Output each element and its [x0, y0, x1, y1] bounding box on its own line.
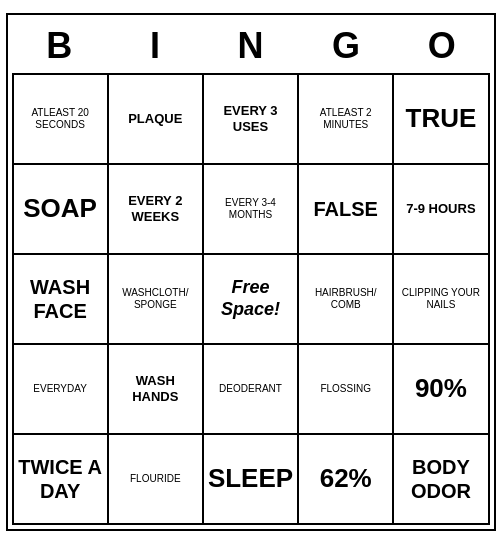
bingo-cell-9[interactable]: 7-9 HOURS	[394, 165, 489, 255]
header-i: I	[111, 25, 199, 67]
bingo-cell-0[interactable]: ATLEAST 20 SECONDS	[14, 75, 109, 165]
header-g: G	[302, 25, 390, 67]
bingo-cell-24[interactable]: BODY ODOR	[394, 435, 489, 525]
bingo-grid: ATLEAST 20 SECONDSPLAQUEEVERY 3 USESATLE…	[12, 73, 490, 525]
bingo-cell-8[interactable]: FALSE	[299, 165, 394, 255]
bingo-cell-19[interactable]: 90%	[394, 345, 489, 435]
bingo-cell-22[interactable]: SLEEP	[204, 435, 299, 525]
bingo-cell-2[interactable]: EVERY 3 USES	[204, 75, 299, 165]
header-o: O	[398, 25, 486, 67]
bingo-cell-12[interactable]: Free Space!	[204, 255, 299, 345]
header-b: B	[15, 25, 103, 67]
bingo-card: B I N G O ATLEAST 20 SECONDSPLAQUEEVERY …	[6, 13, 496, 531]
bingo-cell-20[interactable]: TWICE A DAY	[14, 435, 109, 525]
bingo-cell-5[interactable]: SOAP	[14, 165, 109, 255]
bingo-cell-14[interactable]: CLIPPING YOUR NAILS	[394, 255, 489, 345]
bingo-cell-18[interactable]: FLOSSING	[299, 345, 394, 435]
bingo-cell-1[interactable]: PLAQUE	[109, 75, 204, 165]
bingo-header: B I N G O	[12, 19, 490, 73]
bingo-cell-13[interactable]: HAIRBRUSH/ COMB	[299, 255, 394, 345]
bingo-cell-7[interactable]: EVERY 3-4 MONTHS	[204, 165, 299, 255]
bingo-cell-10[interactable]: WASH FACE	[14, 255, 109, 345]
header-n: N	[206, 25, 294, 67]
bingo-cell-6[interactable]: EVERY 2 WEEKS	[109, 165, 204, 255]
bingo-cell-15[interactable]: EVERYDAY	[14, 345, 109, 435]
bingo-cell-23[interactable]: 62%	[299, 435, 394, 525]
bingo-cell-21[interactable]: FLOURIDE	[109, 435, 204, 525]
bingo-cell-17[interactable]: DEODERANT	[204, 345, 299, 435]
bingo-cell-3[interactable]: ATLEAST 2 MINUTES	[299, 75, 394, 165]
bingo-cell-16[interactable]: WASH HANDS	[109, 345, 204, 435]
bingo-cell-4[interactable]: TRUE	[394, 75, 489, 165]
bingo-cell-11[interactable]: WASHCLOTH/ SPONGE	[109, 255, 204, 345]
